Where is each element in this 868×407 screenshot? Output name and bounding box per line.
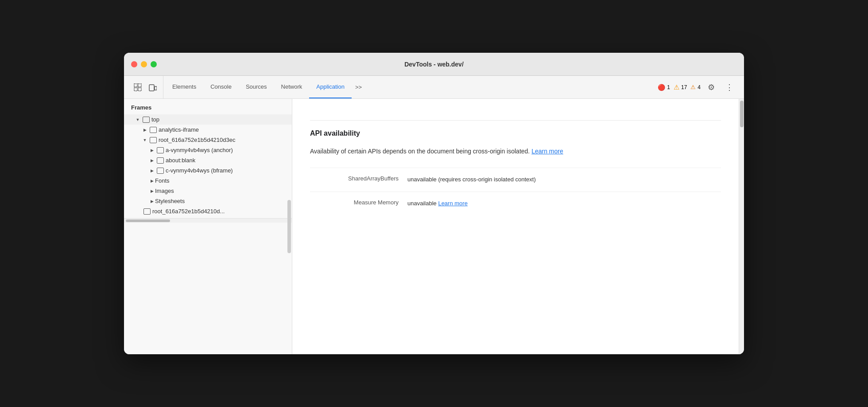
api-description: Availability of certain APIs depends on … <box>310 146 721 157</box>
frame-icon-root-bottom <box>143 208 151 215</box>
settings-button[interactable]: ⚙ <box>704 81 718 94</box>
warning-icon: ⚠ <box>674 83 679 91</box>
more-menu-button[interactable]: ⋮ <box>722 81 737 94</box>
sidebar-vertical-scrollbar[interactable] <box>287 200 291 253</box>
frame-icon-root <box>150 137 157 143</box>
devtools-window: DevTools - web.dev/ Elements <box>124 53 744 354</box>
sidebar-scrollbar-thumb[interactable] <box>126 219 170 222</box>
arrow-about-blank <box>149 157 155 164</box>
label-a-vynmy: a-vynmy4vb4wys (anchor) <box>166 147 233 153</box>
label-root-bottom: root_616a752e1b5d4210d... <box>152 208 225 215</box>
device-toolbar-icon[interactable] <box>147 82 159 93</box>
window-title: DevTools - web.dev/ <box>404 61 464 68</box>
frame-icon-a-vynmy <box>157 147 164 153</box>
arrow-analytics-iframe <box>142 127 148 133</box>
error-badge[interactable]: 🔴 1 <box>658 84 670 91</box>
svg-rect-4 <box>149 85 154 91</box>
select-mode-icon[interactable] <box>132 82 143 93</box>
tab-sources[interactable]: Sources <box>239 76 274 98</box>
arrow-c-vynmy <box>149 168 155 174</box>
api-value-shared: unavailable (requires cross-origin isola… <box>407 175 721 184</box>
tab-application[interactable]: Application <box>309 76 352 98</box>
error-icon: 🔴 <box>658 84 665 91</box>
frame-icon-c-vynmy <box>157 168 164 174</box>
frame-icon-analytics <box>150 127 157 133</box>
sidebar-item-stylesheets[interactable]: Stylesheets <box>124 196 292 206</box>
arrow-a-vynmy <box>149 147 155 153</box>
api-row-sharedarraybuffers: SharedArrayBuffers unavailable (requires… <box>310 168 721 192</box>
api-label-shared: SharedArrayBuffers <box>310 175 407 182</box>
sidebar-item-fonts[interactable]: Fonts <box>124 176 292 186</box>
label-images: Images <box>155 188 174 194</box>
scrollbar-thumb[interactable] <box>740 101 744 127</box>
tab-network[interactable]: Network <box>274 76 310 98</box>
window-controls <box>131 61 157 67</box>
frame-icon-top <box>143 117 150 123</box>
sidebar-item-top[interactable]: top <box>124 114 292 125</box>
main-panel-scrollbar[interactable] <box>739 99 744 354</box>
svg-rect-3 <box>138 88 141 91</box>
tab-bar-right: 🔴 1 ⚠ 17 ⚠ 4 ⚙ ⋮ <box>654 76 740 98</box>
close-button[interactable] <box>131 61 137 67</box>
tab-more-button[interactable]: >> <box>352 76 365 98</box>
sidebar-item-root-bottom[interactable]: root_616a752e1b5d4210d... <box>124 206 292 216</box>
arrow-images <box>149 188 155 194</box>
tab-console[interactable]: Console <box>203 76 239 98</box>
info-icon: ⚠ <box>690 84 696 90</box>
svg-rect-1 <box>138 84 141 87</box>
label-about-blank: about:blank <box>166 157 195 164</box>
learn-more-link-top[interactable]: Learn more <box>531 148 563 155</box>
sidebar-item-about-blank[interactable]: about:blank <box>124 155 292 165</box>
minimize-button[interactable] <box>141 61 147 67</box>
sidebar-bottom-scrollbar <box>124 218 292 223</box>
learn-more-link-measure[interactable]: Learn more <box>438 200 467 207</box>
info-badge[interactable]: ⚠ 4 <box>690 84 701 90</box>
api-label-measure: Measure Memory <box>310 199 407 206</box>
label-c-vynmy: c-vynmy4vb4wys (bframe) <box>166 167 233 174</box>
svg-rect-5 <box>155 86 157 90</box>
arrow-top <box>135 117 141 123</box>
label-root: root_616a752e1b5d4210d3ec <box>159 137 236 143</box>
sidebar-item-root[interactable]: root_616a752e1b5d4210d3ec <box>124 135 292 145</box>
svg-rect-2 <box>134 88 137 91</box>
api-title: API availability <box>310 129 721 137</box>
api-row-measure-memory: Measure Memory unavailable Learn more <box>310 192 721 215</box>
sidebar-section-title: Frames <box>124 99 292 114</box>
tab-icons <box>128 76 163 98</box>
frame-icon-about-blank <box>157 157 164 164</box>
maximize-button[interactable] <box>151 61 157 67</box>
label-top: top <box>151 116 159 123</box>
label-stylesheets: Stylesheets <box>155 198 185 204</box>
arrow-fonts <box>149 178 155 184</box>
svg-rect-0 <box>134 84 137 87</box>
api-value-measure: unavailable Learn more <box>407 199 721 208</box>
arrow-root <box>142 137 148 143</box>
sidebar-item-a-vynmy[interactable]: a-vynmy4vb4wys (anchor) <box>124 145 292 155</box>
sidebar: Frames top analytics-iframe root_616a752… <box>124 99 292 354</box>
main-content: Frames top analytics-iframe root_616a752… <box>124 99 744 354</box>
warning-badge[interactable]: ⚠ 17 <box>674 83 687 91</box>
sidebar-item-images[interactable]: Images <box>124 186 292 196</box>
api-table: SharedArrayBuffers unavailable (requires… <box>310 168 721 215</box>
sidebar-item-analytics-iframe[interactable]: analytics-iframe <box>124 125 292 135</box>
tab-elements[interactable]: Elements <box>165 76 203 98</box>
tab-bar: Elements Console Sources Network Applica… <box>124 76 744 99</box>
main-panel: API availability Availability of certain… <box>292 99 739 354</box>
sidebar-item-c-vynmy[interactable]: c-vynmy4vb4wys (bframe) <box>124 165 292 176</box>
label-analytics-iframe: analytics-iframe <box>159 126 199 133</box>
top-divider <box>310 120 721 121</box>
arrow-stylesheets <box>149 198 155 204</box>
label-fonts: Fonts <box>155 177 170 184</box>
title-bar: DevTools - web.dev/ <box>124 53 744 76</box>
